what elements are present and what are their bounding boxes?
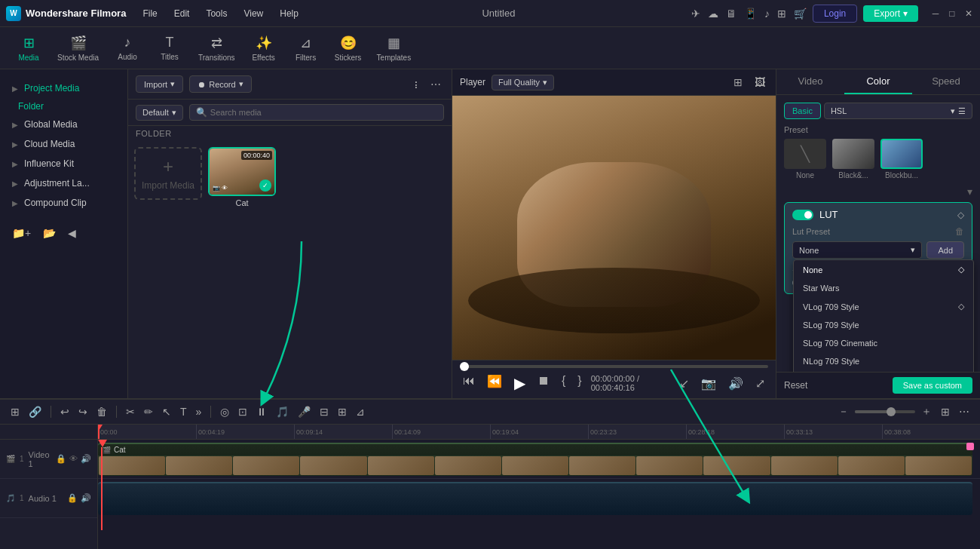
record-button[interactable]: ⏺ Record ▾ (189, 75, 251, 93)
reset-button[interactable]: Reset (784, 380, 807, 391)
skip-back-icon[interactable]: ⏮ (460, 373, 478, 394)
dropdown-nlog-709-inematic[interactable]: NLog 709...inematic (794, 370, 973, 372)
tool-stickers[interactable]: 😊 Stickers (329, 32, 368, 65)
tab-video[interactable]: Video (776, 69, 844, 94)
mark-out-icon[interactable]: } (574, 373, 584, 394)
keyframe-diamond-icon[interactable]: ◇ (957, 210, 964, 220)
sidebar-item-global-media[interactable]: ▶ Global Media (3, 115, 124, 134)
dropdown-nlog-709[interactable]: NLog 709 Style (794, 352, 973, 370)
more-tools-icon[interactable]: » (193, 403, 205, 420)
tab-speed[interactable]: Speed (912, 69, 980, 94)
captions-icon[interactable]: ⊟ (317, 403, 332, 420)
filter-icon[interactable]: ⫶ (410, 76, 421, 93)
preset-blockbuster[interactable]: Blockbu... (880, 139, 923, 179)
preset-none[interactable]: ╲ None (784, 139, 826, 179)
music-icon[interactable]: ♪ (764, 8, 770, 20)
login-button[interactable]: Login (813, 5, 857, 23)
play-button[interactable]: ▶ (511, 373, 528, 394)
sort-select[interactable]: Default ▾ (136, 105, 183, 121)
import-button[interactable]: Import ▾ (136, 75, 183, 93)
import-media-placeholder[interactable]: + Import Media (134, 147, 202, 200)
add-folder-icon[interactable]: 📁+ (9, 225, 34, 241)
track-select-icon[interactable]: ◎ (217, 403, 232, 420)
snapshot-icon[interactable]: 📷 (698, 375, 719, 392)
tool-effects[interactable]: ✨ Effects (244, 32, 283, 65)
grid-view-icon[interactable]: ⊞ (730, 74, 746, 90)
mic-icon[interactable]: 🎤 (295, 403, 314, 420)
delete-icon[interactable]: 🗑 (955, 226, 964, 237)
volume-icon[interactable]: 🔊 (725, 375, 746, 392)
menu-edit[interactable]: Edit (167, 5, 198, 22)
menu-file[interactable]: File (135, 5, 164, 22)
tool-media[interactable]: ⊞ Media (9, 32, 48, 65)
ripple-edit-icon[interactable]: ⊡ (235, 403, 250, 420)
tab-color[interactable]: Color (844, 69, 912, 94)
sidebar-item-compound-clip[interactable]: ▶ Compound Clip (3, 193, 124, 213)
menu-view[interactable]: View (236, 5, 271, 22)
dropdown-none[interactable]: None ◇ (794, 260, 973, 279)
image-icon[interactable]: 🖼 (752, 74, 768, 90)
audio-track-icon[interactable]: 🎵 (273, 403, 292, 420)
preset-bw[interactable]: Black&... (832, 139, 874, 179)
phone-icon[interactable]: 📱 (744, 8, 757, 20)
tool-stock-media[interactable]: 🎬 Stock Media (51, 32, 105, 65)
apps-icon[interactable]: ⊞ (777, 8, 786, 20)
minimize-button[interactable]: ─ (930, 8, 941, 19)
sidebar-item-adjustment-layer[interactable]: ▶ Adjustment La... (3, 173, 124, 193)
pen-icon[interactable]: ✏ (141, 403, 156, 420)
media-item-cat[interactable]: 00:00:40 📷 👁 ✓ Cat (208, 147, 276, 207)
tool-transitions[interactable]: ⇄ Transitions (192, 32, 241, 65)
preset-more-icon[interactable]: ▾ (784, 186, 972, 198)
more-options-icon[interactable]: ⋯ (427, 76, 444, 93)
cloud-icon[interactable]: ☁ (708, 8, 718, 20)
scrub-thumb[interactable] (460, 362, 469, 371)
audio-clip[interactable] (98, 482, 972, 515)
scrub-track[interactable] (460, 365, 768, 368)
lut-dropdown[interactable]: None ▾ None ◇ Star Wars (792, 241, 922, 259)
dropdown-slog-709-cinematic[interactable]: SLog 709 Cinematic (794, 334, 973, 352)
lut-toggle[interactable] (792, 210, 813, 220)
sidebar-item-cloud-media[interactable]: ▶ Cloud Media (3, 134, 124, 154)
add-smart-bin-icon[interactable]: 📂 (40, 225, 59, 241)
stop-icon[interactable]: ⏹ (534, 373, 553, 394)
sidebar-item-project-media[interactable]: ▶ Project Media (3, 78, 124, 98)
freeze-frame-icon[interactable]: ⏸ (253, 403, 270, 420)
save-custom-button[interactable]: Save as custom (893, 377, 972, 394)
menu-help[interactable]: Help (272, 5, 306, 22)
audio-lock-icon[interactable]: 🔒 (67, 493, 78, 503)
dropdown-star-wars[interactable]: Star Wars (794, 279, 973, 297)
cut-icon[interactable]: ✂ (123, 403, 138, 420)
basic-mode-button[interactable]: Basic (784, 103, 821, 119)
tool-titles[interactable]: T Titles (150, 32, 189, 64)
tool-audio[interactable]: ♪ Audio (108, 32, 147, 64)
cursor-icon[interactable]: ↖ (159, 403, 174, 420)
add-to-timeline-icon[interactable]: ↙ (676, 375, 692, 392)
fullscreen-icon[interactable]: ⤢ (752, 375, 768, 392)
add-lut-button[interactable]: Add (926, 241, 964, 259)
monitor-icon[interactable]: 🖥 (726, 8, 737, 20)
speed-icon[interactable]: ⊿ (353, 403, 368, 420)
maximize-button[interactable]: □ (947, 8, 957, 19)
lock-icon[interactable]: 🔒 (56, 454, 66, 464)
zoom-thumb[interactable] (887, 407, 896, 416)
undo-icon[interactable]: ↩ (57, 403, 72, 420)
search-input[interactable] (210, 108, 437, 117)
link-icon[interactable]: 🔗 (26, 403, 44, 420)
sidebar-item-influence-kit[interactable]: ▶ Influence Kit (3, 154, 124, 173)
snap-icon[interactable]: ⊞ (8, 403, 23, 420)
video-clip[interactable]: 🎬 Cat (98, 443, 972, 476)
mark-in-icon[interactable]: { (559, 373, 568, 394)
collapse-panel-icon[interactable]: ◀ (65, 225, 79, 241)
audio-mute-icon[interactable]: 🔊 (81, 493, 91, 503)
folder-item[interactable]: Folder (0, 98, 127, 115)
quality-select[interactable]: Full Quality ▾ (492, 75, 554, 90)
dropdown-slog-709[interactable]: SLog 709 Style (794, 316, 973, 334)
hsl-select[interactable]: HSL ▾ ☰ (824, 103, 972, 119)
more-tl-icon[interactable]: ⋯ (956, 403, 972, 420)
zoom-in-icon[interactable]: ＋ (918, 403, 935, 421)
zoom-track[interactable] (855, 410, 915, 413)
mute-icon[interactable]: 🔊 (81, 454, 91, 464)
hide-icon[interactable]: 👁 (69, 454, 78, 464)
zoom-out-icon[interactable]: － (835, 403, 852, 421)
tool-templates[interactable]: ▦ Templates (371, 32, 418, 65)
